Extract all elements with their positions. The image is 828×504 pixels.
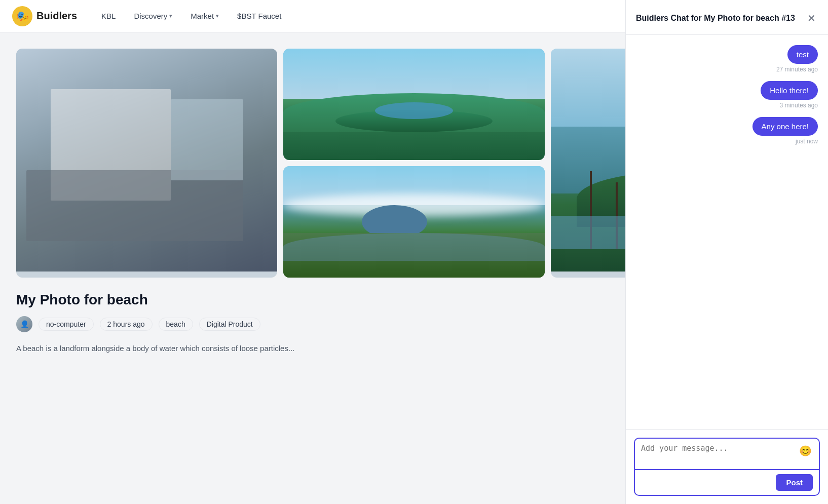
chat-time-3: just now bbox=[796, 138, 818, 145]
chat-emoji-button[interactable]: 😊 bbox=[798, 444, 813, 458]
chat-header: Buidlers Chat for My Photo for beach #13… bbox=[626, 0, 828, 35]
chat-message-3: Any one here! just now bbox=[636, 117, 818, 145]
brand-logo[interactable]: 🎭 Buidlers bbox=[12, 6, 77, 26]
chat-post-button[interactable]: Post bbox=[776, 474, 813, 491]
author-avatar: 👤 bbox=[16, 316, 32, 332]
nft-meta: 👤 no-computer 2 hours ago beach Digital … bbox=[16, 316, 658, 332]
chat-bubble-2: Hello there! bbox=[761, 81, 818, 100]
nft-title: My Photo for beach bbox=[16, 292, 658, 308]
photo-city[interactable] bbox=[283, 166, 544, 278]
chat-bubble-1: test bbox=[787, 45, 818, 64]
chat-message-2: Hello there! 3 minutes ago bbox=[636, 81, 818, 109]
nft-details: My Photo for beach 👤 no-computer 2 hours… bbox=[16, 292, 658, 355]
chat-input-area: 😊 Post bbox=[626, 429, 828, 504]
chat-panel: Buidlers Chat for My Photo for beach #13… bbox=[625, 0, 828, 504]
nav-item-discovery[interactable]: Discovery ▾ bbox=[126, 8, 180, 24]
author-tag[interactable]: no-computer bbox=[39, 318, 94, 331]
chat-bubble-3: Any one here! bbox=[752, 117, 818, 136]
chat-title: Buidlers Chat for My Photo for beach #13 bbox=[636, 14, 795, 23]
photo-lake[interactable] bbox=[283, 49, 544, 160]
nav-item-faucet[interactable]: $BST Faucet bbox=[229, 8, 289, 24]
chat-actions: Post bbox=[635, 470, 819, 495]
chevron-down-icon: ▾ bbox=[169, 13, 172, 19]
category-tag[interactable]: Digital Product bbox=[199, 318, 260, 331]
brand-name: Buidlers bbox=[36, 10, 77, 22]
chat-input-box: 😊 Post bbox=[634, 438, 820, 496]
photo-lake-image bbox=[283, 49, 544, 160]
chat-close-button[interactable]: ✕ bbox=[805, 10, 818, 26]
photo-arch-image bbox=[16, 49, 277, 272]
chat-message-1: test 27 minutes ago bbox=[636, 45, 818, 73]
logo-icon: 🎭 bbox=[12, 6, 32, 26]
chat-messages: test 27 minutes ago Hello there! 3 minut… bbox=[626, 35, 828, 429]
chevron-down-icon: ▾ bbox=[216, 13, 219, 19]
chat-time-2: 3 minutes ago bbox=[780, 102, 818, 109]
photo-architecture[interactable] bbox=[16, 49, 277, 278]
chat-input-row: 😊 bbox=[635, 439, 819, 469]
nav-item-kbl[interactable]: KBL bbox=[93, 8, 124, 24]
beach-tag[interactable]: beach bbox=[159, 318, 193, 331]
nft-description: A beach is a landform alongside a body o… bbox=[16, 342, 658, 355]
photo-city-image bbox=[283, 166, 544, 278]
chat-time-1: 27 minutes ago bbox=[776, 66, 818, 73]
nav-item-market[interactable]: Market ▾ bbox=[182, 8, 227, 24]
chat-message-input[interactable] bbox=[641, 444, 798, 464]
time-tag: 2 hours ago bbox=[100, 318, 153, 331]
